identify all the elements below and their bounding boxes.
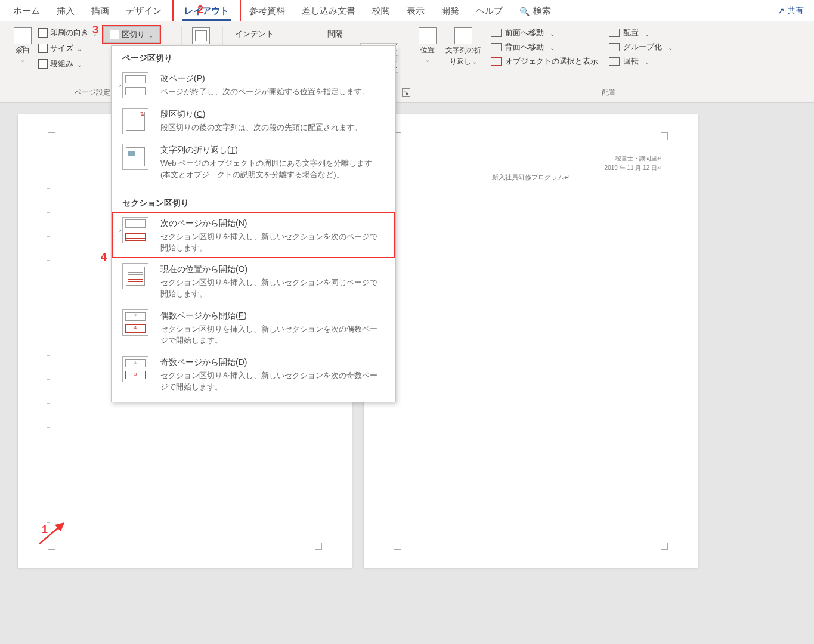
orientation-icon [38, 28, 48, 38]
orientation-button[interactable]: 印刷の向き [36, 26, 100, 39]
next-page-icon: › [122, 217, 148, 243]
dd-text-wrap[interactable]: 文字列の折り返し(T) Web ページのオブジェクトの周囲にある文字列を分離しま… [112, 139, 395, 185]
dialog-launcher-paragraph[interactable]: ↘ [402, 88, 410, 97]
search-box[interactable]: 検索 [511, 0, 559, 21]
wrap-text-label-2: り返し [450, 57, 471, 67]
dd-section-page-breaks: ページ区切り [112, 46, 395, 67]
dd-column-break-title: 段区切り(C) [160, 109, 385, 120]
rotate-button[interactable]: 回転 [608, 55, 674, 68]
text-wrap-break-icon [122, 144, 148, 170]
selection-pane-icon [491, 57, 502, 66]
dd-continuous[interactable]: 現在の位置から開始(O) セクション区切りを挿入し、新しいセクションを同じページ… [112, 258, 395, 305]
tab-bar: ホーム 挿入 描画 デザイン 2 レイアウト 参考資料 差し込み文書 校閲 表示… [0, 0, 814, 21]
tab-layout[interactable]: レイアウト [176, 0, 237, 21]
tab-developer[interactable]: 開発 [433, 0, 468, 21]
margins-button[interactable]: 余白 ⌄ [10, 25, 36, 85]
size-icon [38, 44, 48, 53]
selection-pane-button[interactable]: オブジェクトの選択と表示 [490, 55, 599, 68]
send-backward-button[interactable]: 背面へ移動 [490, 41, 599, 54]
page-header-text: 秘書士・識同里↵ 2019 年 11 月 12 日↵ [605, 154, 662, 173]
bring-forward-icon [491, 29, 502, 37]
send-backward-icon [491, 43, 502, 51]
dd-text-wrap-title: 文字列の折り返し(T) [160, 145, 385, 156]
wrap-text-icon [454, 27, 472, 44]
share-label: 共有 [787, 5, 804, 16]
dd-even-page-title: 偶数ページから開始(E) [160, 311, 385, 321]
tab-design[interactable]: デザイン [117, 0, 170, 21]
dd-page-break-title: 改ページ(P) [160, 73, 385, 84]
size-label: サイズ [50, 43, 73, 54]
dd-next-page-title: 次のページから開始(N) [160, 218, 385, 229]
dd-text-wrap-desc: Web ページのオブジェクトの周囲にある文字列を分離します (本文とオブジェクト… [160, 158, 385, 181]
page-icon [192, 27, 210, 44]
odd-page-icon: 13 [122, 356, 148, 382]
tab-references[interactable]: 参考資料 [241, 0, 293, 21]
dd-column-break-desc: 段区切りの後の文字列は、次の段の先頭に配置されます。 [160, 122, 385, 134]
wrap-text-button[interactable]: 文字列の折 り返し ⌄ [442, 25, 485, 85]
tab-help[interactable]: ヘルプ [468, 0, 511, 21]
position-icon [419, 27, 437, 44]
group-icon [609, 43, 620, 51]
dd-next-page-desc: セクション区切りを挿入し、新しいセクションを次のページで開始します。 [160, 231, 385, 254]
orientation-label: 印刷の向き [50, 27, 89, 38]
group-label-arrange: 配置 [413, 85, 804, 99]
position-button[interactable]: 位置 ⌄ [413, 25, 442, 85]
tab-home[interactable]: ホーム [5, 0, 48, 21]
dd-column-break[interactable]: 段区切り(C) 段区切りの後の文字列は、次の段の先頭に配置されます。 [112, 103, 395, 139]
rotate-icon [609, 57, 620, 66]
dd-page-break[interactable]: › 改ページ(P) ページが終了し、次のページが開始する位置を指定します。 [112, 67, 395, 103]
even-page-icon: 24 [122, 309, 148, 336]
breaks-dropdown: ページ区切り › 改ページ(P) ページが終了し、次のページが開始する位置を指定… [111, 45, 396, 402]
columns-button[interactable]: 段組み [36, 57, 100, 70]
columns-icon [38, 59, 48, 69]
position-label: 位置 [420, 45, 435, 55]
tab-insert[interactable]: 挿入 [48, 0, 83, 21]
dd-odd-page-title: 奇数ページから開始(D) [160, 357, 385, 368]
align-button[interactable]: 配置 [608, 26, 674, 39]
ribbon-sep-3 [407, 26, 407, 90]
tab-mailings[interactable]: 差し込み文書 [293, 0, 364, 21]
page-body-text: 新入社員研修プログラム↵ [364, 173, 698, 182]
spacing-heading: 間隔 [321, 25, 349, 43]
dd-even-page[interactable]: 24 偶数ページから開始(E) セクション区切りを挿入し、新しいセクションを次の… [112, 305, 395, 351]
search-icon [519, 6, 530, 16]
dd-odd-page[interactable]: 13 奇数ページから開始(D) セクション区切りを挿入し、新しいセクションを次の… [112, 351, 395, 398]
breaks-label: 区切り [122, 29, 145, 40]
page-break-icon: › [122, 72, 148, 98]
tab-draw[interactable]: 描画 [83, 0, 117, 21]
dd-continuous-desc: セクション区切りを挿入し、新しいセクションを同じページで開始します。 [160, 277, 385, 300]
breaks-icon [110, 30, 119, 39]
dd-odd-page-desc: セクション区切りを挿入し、新しいセクションを次の奇数ページで開始します。 [160, 370, 385, 393]
dd-section-section-breaks: セクション区切り [112, 191, 395, 212]
margins-icon [14, 27, 32, 44]
dd-next-page[interactable]: › 次のページから開始(N) セクション区切りを挿入し、新しいセクションを次のペ… [112, 212, 395, 259]
size-button[interactable]: サイズ [36, 42, 100, 55]
bring-forward-button[interactable]: 前面へ移動 [490, 26, 599, 39]
group-button[interactable]: グループ化 [608, 41, 674, 54]
columns-label: 段組み [50, 58, 73, 69]
dd-separator [119, 188, 388, 188]
tab-view[interactable]: 表示 [398, 0, 433, 21]
column-break-icon [122, 108, 148, 134]
page-ruler-ticks [47, 165, 50, 544]
breaks-button[interactable]: 区切り [103, 26, 160, 43]
align-icon [609, 29, 620, 37]
dd-page-break-desc: ページが終了し、次のページが開始する位置を指定します。 [160, 86, 385, 98]
continuous-icon [122, 263, 148, 289]
dd-continuous-title: 現在の位置から開始(O) [160, 264, 385, 275]
wrap-text-label-1: 文字列の折 [445, 45, 481, 55]
dd-even-page-desc: セクション区切りを挿入し、新しいセクションを次の偶数ページで開始します。 [160, 324, 385, 346]
share-button[interactable]: 共有 [772, 2, 809, 19]
group-arrange: 位置 ⌄ 文字列の折 り返し ⌄ 前面へ移動 背面へ移動 オブジェクトの選択と表… [410, 24, 808, 100]
search-label: 検索 [533, 5, 551, 17]
share-icon [778, 6, 785, 16]
tab-review[interactable]: 校閲 [364, 0, 398, 21]
indent-heading: インデント [229, 25, 280, 43]
page-2[interactable]: 秘書士・識同里↵ 2019 年 11 月 12 日↵ 新入社員研修プログラム↵ [364, 114, 698, 568]
